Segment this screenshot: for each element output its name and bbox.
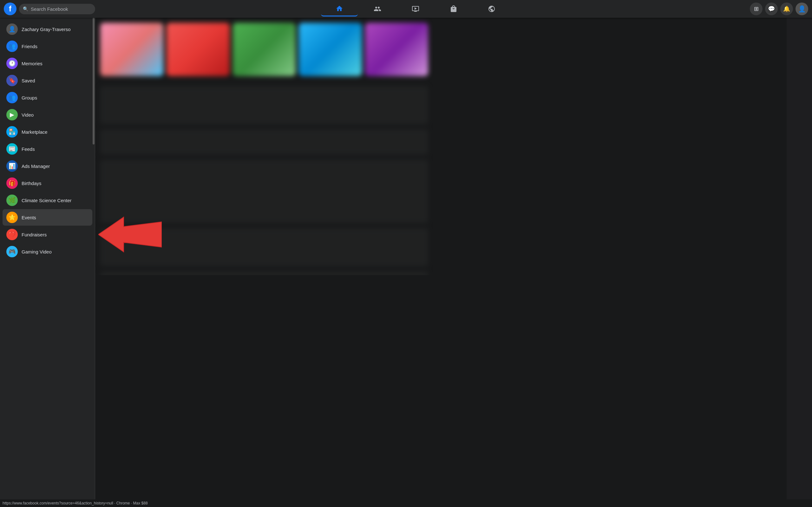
post-placeholder-2 [100,129,428,155]
post-placeholder-4 [100,228,428,266]
sidebar-item-gaming[interactable]: 🎮 Gaming Video [3,243,92,260]
sidebar-item-birthdays[interactable]: 🎁 Birthdays [3,175,92,191]
birthdays-icon: 🎁 [6,177,18,189]
sidebar-item-ads-manager-label: Ads Manager [21,164,50,169]
sidebar-item-ads-manager[interactable]: 📊 Ads Manager [3,158,92,174]
sidebar-item-friends-label: Friends [21,44,38,49]
post-placeholder-3 [100,160,428,223]
blurred-feed [95,18,433,275]
sidebar-item-marketplace-label: Marketplace [21,129,48,135]
sidebar-item-friends[interactable]: 👥 Friends [3,38,92,55]
left-sidebar: 👤 Zachary Gray-Traverso 👥 Friends 🕐 Memo… [0,18,95,275]
groups-icon: 👥 [6,92,18,103]
fundraisers-icon: ❤️ [6,229,18,240]
story-card-5 [365,23,428,76]
sidebar-item-marketplace[interactable]: 🏪 Marketplace [3,124,92,140]
memories-icon: 🕐 [6,58,18,69]
sidebar-item-feeds-label: Feeds [21,147,35,152]
sidebar-item-memories-label: Memories [21,61,43,66]
sidebar-item-fundraisers-label: Fundraisers [21,232,47,237]
post-placeholder-5 [100,271,428,275]
sidebar-item-profile-label: Zachary Gray-Traverso [21,26,70,32]
nav-friends-button[interactable] [359,1,396,16]
search-placeholder-text: Search Facebook [31,6,68,12]
sidebar-item-gaming-label: Gaming Video [21,249,52,255]
facebook-logo[interactable]: f [4,3,16,15]
topnav-center-nav [105,1,433,16]
sidebar-item-events-label: Events [21,215,36,220]
sidebar-scrollbar[interactable] [93,18,95,145]
post-placeholder-1 [100,86,428,124]
story-card-4 [299,23,362,76]
top-navigation: f 🔍 Search Facebook ⊞ 💬 🔔 👤 [0,0,433,18]
climate-icon: 🌿 [6,194,18,206]
sidebar-item-birthdays-label: Birthdays [21,181,42,186]
sidebar-item-profile[interactable]: 👤 Zachary Gray-Traverso [3,21,92,38]
story-card-1 [100,23,163,76]
sidebar-item-groups-label: Groups [21,95,37,101]
sidebar-item-climate[interactable]: 🌿 Climate Science Center [3,192,92,209]
story-card-2 [166,23,230,76]
saved-icon: 🔖 [6,75,18,86]
sidebar-item-climate-label: Climate Science Center [21,198,72,203]
nav-home-button[interactable] [321,1,358,16]
sidebar-item-groups[interactable]: 👥 Groups [3,89,92,106]
gaming-icon: 🎮 [6,246,18,257]
story-card-3 [233,23,296,76]
feeds-icon: 📰 [6,143,18,155]
marketplace-icon: 🏪 [6,126,18,137]
topnav-left: f 🔍 Search Facebook [4,3,105,15]
sidebar-item-saved-label: Saved [21,78,35,83]
events-icon: ⭐ [6,212,18,223]
sidebar-item-video-label: Video [21,112,34,118]
ads-manager-icon: 📊 [6,160,18,172]
main-content [95,18,433,275]
sidebar-item-fundraisers[interactable]: ❤️ Fundraisers [3,226,92,243]
profile-icon: 👤 [6,23,18,35]
video-icon: ▶ [6,109,18,120]
friends-icon: 👥 [6,41,18,52]
search-bar[interactable]: 🔍 Search Facebook [19,4,95,14]
nav-video-button[interactable] [397,1,433,16]
sidebar-item-video[interactable]: ▶ Video [3,107,92,123]
stories-row [95,18,433,81]
sidebar-item-memories[interactable]: 🕐 Memories [3,55,92,72]
search-icon: 🔍 [23,6,28,11]
sidebar-item-saved[interactable]: 🔖 Saved [3,72,92,89]
sidebar-item-events[interactable]: ⭐ Events [3,209,92,226]
sidebar-item-feeds[interactable]: 📰 Feeds [3,141,92,157]
